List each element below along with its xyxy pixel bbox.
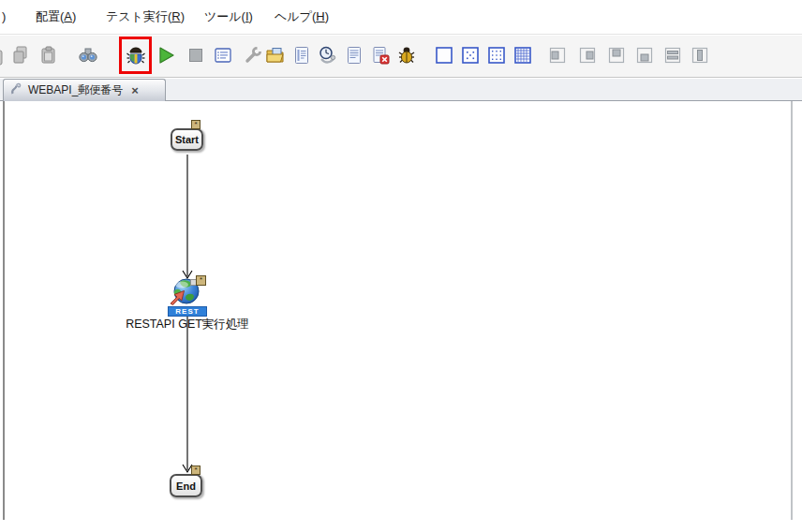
execution-history-clock-icon[interactable] <box>318 45 338 66</box>
tab-webapi-postal-code[interactable]: WEBAPI_郵便番号 × <box>3 79 166 101</box>
copy-icon[interactable] <box>10 45 31 66</box>
start-node-label: Start <box>175 134 199 145</box>
tab-bar: WEBAPI_郵便番号 × ◁ ▷ <box>0 79 802 101</box>
bug-icon[interactable] <box>396 45 417 66</box>
menu-item-clipped[interactable]: ) <box>2 0 6 34</box>
align-top-icon[interactable] <box>606 45 627 66</box>
align-right-icon[interactable] <box>577 45 598 66</box>
run-play-icon[interactable] <box>156 45 176 66</box>
distribute-vertical-icon[interactable] <box>690 45 710 66</box>
rest-node-tag: REST <box>168 306 207 317</box>
grid-medium-icon[interactable] <box>486 45 507 66</box>
grid-fine-icon[interactable] <box>512 45 533 66</box>
rest-node-badge-icon: * <box>196 275 206 286</box>
grid-none-icon[interactable] <box>434 45 454 66</box>
document-error-icon[interactable] <box>370 45 391 66</box>
align-bottom-icon[interactable] <box>634 45 655 66</box>
connector-rest-to-end[interactable] <box>180 315 195 474</box>
script-scroll-icon <box>9 81 23 99</box>
document-spec-icon[interactable] <box>344 45 364 66</box>
distribute-horizontal-icon[interactable] <box>662 45 683 66</box>
menu-bar: ) 配置(A) テスト実行(R) ツール(I) ヘルプ(H) <box>0 0 802 35</box>
end-node-badge-icon: * <box>191 466 200 475</box>
flow-canvas[interactable]: Start * * REST RESTAPI GET実行処理 End * <box>3 101 793 520</box>
menu-item-tools[interactable]: ツール(I) <box>204 0 253 34</box>
wrench-tool-icon[interactable] <box>243 45 263 66</box>
clipped-edge-icon[interactable] <box>0 49 7 69</box>
grid-coarse-icon[interactable] <box>460 45 481 66</box>
paste-icon[interactable] <box>38 45 59 66</box>
debug-icon-highlight-box <box>119 37 152 74</box>
align-left-icon[interactable] <box>547 45 568 66</box>
start-node-badge-icon: * <box>191 120 200 129</box>
document-lines-icon[interactable] <box>291 45 312 66</box>
connector-start-to-rest[interactable] <box>180 155 195 280</box>
execution-settings-icon[interactable] <box>213 45 233 66</box>
flow-node-end[interactable]: End <box>170 474 202 497</box>
menu-item-test-run[interactable]: テスト実行(R) <box>106 0 185 34</box>
search-binoculars-icon[interactable] <box>78 45 98 66</box>
end-node-label: End <box>176 480 196 492</box>
open-folder-icon[interactable] <box>265 45 286 66</box>
menu-item-help[interactable]: ヘルプ(H) <box>275 0 329 34</box>
tab-close-icon[interactable]: × <box>131 85 139 96</box>
menu-item-arrange[interactable]: 配置(A) <box>36 0 76 34</box>
flow-node-start[interactable]: Start <box>171 128 203 151</box>
stop-icon[interactable] <box>186 45 206 66</box>
tab-label: WEBAPI_郵便番号 <box>28 82 123 98</box>
